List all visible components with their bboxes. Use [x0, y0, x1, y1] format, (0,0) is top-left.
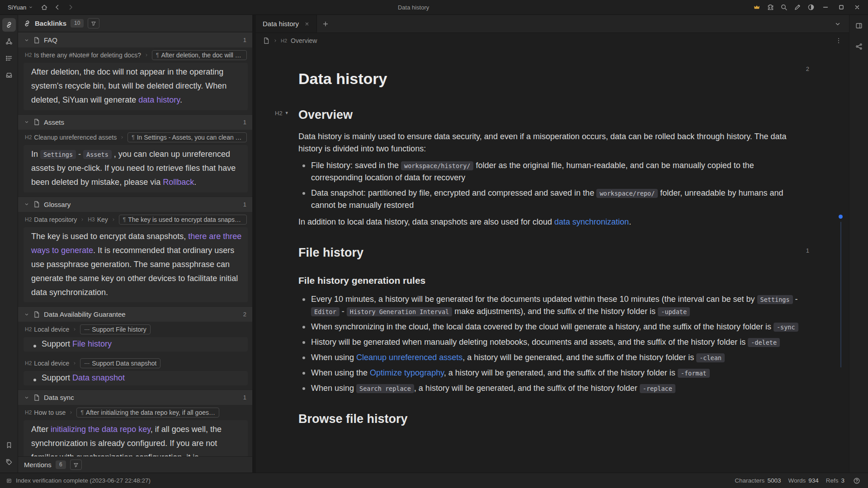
breadcrumb-item-current[interactable]: ---Support File history — [80, 324, 151, 334]
mentions-filter-button[interactable] — [70, 460, 82, 470]
stat-label: Words — [788, 477, 806, 484]
ref-count-badge[interactable]: 2 — [806, 65, 809, 74]
block-gutter[interactable]: H2▼ — [275, 109, 289, 118]
tab-close-icon[interactable] — [304, 21, 310, 27]
help-button[interactable] — [852, 476, 862, 486]
breadcrumb-item-current[interactable]: ¶After deletion, the doc will not appear… — [152, 50, 247, 60]
list-item[interactable]: Every 10 minutes, a history will be gene… — [311, 293, 800, 318]
text-link[interactable]: Cleanup unreferenced assets — [356, 353, 462, 362]
breadcrumb-item-current[interactable]: ¶In Settings - Assets, you can clean up … — [127, 132, 247, 142]
global-search-button[interactable] — [778, 2, 790, 13]
paragraph-block[interactable]: Data history is mainly used to ensure da… — [298, 131, 800, 155]
dock-backlinks-button[interactable] — [2, 18, 16, 32]
list-item[interactable]: History will be generated when manually … — [311, 336, 800, 348]
breadcrumb-item[interactable]: H2Local device — [25, 360, 69, 367]
text-run: . — [194, 178, 196, 187]
plugins-button[interactable] — [764, 2, 776, 13]
text-link[interactable]: File history — [72, 339, 112, 348]
list-item[interactable]: Data snapshot: partitioned by file, encr… — [311, 187, 800, 211]
text-link[interactable]: data history — [138, 95, 180, 104]
document-title[interactable]: Data history2 — [298, 67, 800, 90]
back-button[interactable] — [51, 2, 63, 13]
inbox-icon — [5, 71, 13, 79]
breadcrumb-item-current[interactable]: ¶The key is used to encrypt data snapsho… — [119, 215, 247, 225]
backlink-breadcrumb[interactable]: H2Cleanup unreferenced assets¶In Setting… — [18, 130, 252, 144]
breadcrumb-item[interactable]: H2How to use — [25, 409, 66, 416]
backlink-section-header[interactable]: Assets1 — [18, 114, 252, 130]
backlink-breadcrumb[interactable]: H2Local device---Support Data snapshot — [18, 356, 252, 370]
help-icon — [853, 477, 860, 484]
breadcrumb-item[interactable]: H2Is there any #Note# for deleting docs? — [25, 52, 141, 59]
backlink-breadcrumb[interactable]: H2How to use¶After initializing the data… — [18, 405, 252, 419]
heading-browse-file-history[interactable]: Browse file history — [298, 410, 800, 428]
chevron-right-icon — [120, 135, 124, 140]
rightdock-panel-right-button[interactable] — [853, 19, 865, 32]
close-button[interactable] — [850, 2, 864, 13]
backlink-excerpt[interactable]: After initializing the data repo key, if… — [24, 420, 248, 456]
stat-refs: Refs3 — [826, 477, 844, 484]
breadcrumb-item[interactable]: H2Local device — [25, 326, 69, 333]
heading-file-history[interactable]: File history1 — [298, 244, 800, 262]
list-item[interactable]: File history: saved in the workspace/his… — [311, 160, 800, 184]
breadcrumb-item[interactable]: H3Key — [88, 216, 108, 223]
home-button[interactable] — [38, 2, 50, 13]
app-menu-button[interactable]: SiYuan — [4, 2, 37, 13]
backlink-list-item[interactable]: Support Data snapshot — [24, 371, 248, 385]
backlink-section-header[interactable]: Glossary1 — [18, 197, 252, 212]
edit-mode-button[interactable] — [791, 2, 803, 13]
list-item[interactable]: When using Search replace, a history wil… — [311, 382, 800, 394]
breadcrumb-more-button[interactable] — [835, 37, 842, 44]
heading-file-history-generation-rules[interactable]: File history generation rules — [298, 273, 800, 288]
tab-data-history[interactable]: Data history — [256, 15, 317, 33]
minimize-button[interactable] — [818, 2, 833, 13]
new-tab-button[interactable] — [317, 15, 334, 33]
backlink-section-header[interactable]: Data sync1 — [18, 389, 252, 405]
dock-inbox-button[interactable] — [2, 68, 16, 82]
dock-outline-button[interactable] — [2, 52, 16, 65]
breadcrumb-item-current[interactable]: ---Support Data snapshot — [80, 358, 160, 368]
backlink-excerpt[interactable]: In Settings - Assets , you can clean up … — [24, 145, 248, 192]
backlink-excerpt[interactable]: The key is used to encrypt data snapshot… — [24, 227, 248, 303]
bullet-list: Every 10 minutes, a history will be gene… — [298, 293, 800, 394]
sponsor-button[interactable] — [750, 2, 763, 13]
collapse-arrow-icon[interactable]: ▼ — [285, 110, 289, 117]
text-link[interactable]: Rollback — [163, 178, 194, 187]
inline-kbd: -delete — [748, 338, 780, 347]
chevron-right-icon — [111, 217, 116, 222]
document-editor[interactable]: Data history2H2▼OverviewData history is … — [256, 48, 849, 473]
breadcrumb-item[interactable]: H2Cleanup unreferenced assets — [25, 134, 117, 141]
breadcrumb-item-current[interactable]: ¶After initializing the data repo key, i… — [76, 408, 219, 418]
dock-bookmark-button[interactable] — [2, 438, 16, 452]
backlink-breadcrumb[interactable]: H2Data repositoryH3Key¶The key is used t… — [18, 212, 252, 226]
list-item[interactable]: When synchronizing in the cloud, the loc… — [311, 321, 800, 333]
heading-overview[interactable]: H2▼Overview — [298, 106, 800, 124]
theme-mode-button[interactable] — [805, 2, 817, 13]
panel-resize-handle[interactable] — [252, 15, 256, 473]
mentions-bar[interactable]: Mentions 6 — [18, 456, 252, 473]
paragraph-block[interactable]: In addition to local data history, data … — [298, 216, 800, 228]
ref-count-badge[interactable]: 1 — [806, 246, 809, 255]
text-run: In — [31, 150, 40, 159]
backlink-breadcrumb[interactable]: H2Local device---Support File history — [18, 322, 252, 336]
text-link[interactable]: initializing the data repo key — [51, 425, 151, 434]
breadcrumb-item-overview[interactable]: H2 Overview — [281, 37, 317, 44]
maximize-button[interactable] — [834, 2, 849, 13]
dock-tag-button[interactable] — [2, 455, 16, 469]
backlink-breadcrumb[interactable]: H2Is there any #Note# for deleting docs?… — [18, 47, 252, 61]
backlink-list-item[interactable]: Support File history — [24, 337, 248, 352]
forward-button[interactable] — [64, 2, 76, 13]
text-link[interactable]: Data snapshot — [72, 373, 125, 382]
backlink-excerpt[interactable]: After deletion, the doc will not appear … — [24, 63, 248, 110]
breadcrumb-item[interactable]: H2Data repository — [25, 216, 77, 223]
backlinks-filter-button[interactable] — [88, 18, 99, 28]
document-icon — [33, 37, 40, 44]
text-link[interactable]: data synchronization — [554, 217, 629, 226]
dock-graph-button[interactable] — [2, 35, 16, 48]
backlink-section-header[interactable]: Data Availability Guarantee2 — [18, 306, 252, 322]
rightdock-graph-view-button[interactable] — [853, 40, 865, 53]
list-item[interactable]: When using Cleanup unreferenced assets, … — [311, 352, 800, 364]
list-item[interactable]: When using the Optimize typography, a hi… — [311, 367, 800, 379]
tab-list-button[interactable] — [831, 18, 844, 29]
text-link[interactable]: Optimize typography — [370, 368, 444, 377]
backlink-section-header[interactable]: FAQ1 — [18, 32, 252, 47]
